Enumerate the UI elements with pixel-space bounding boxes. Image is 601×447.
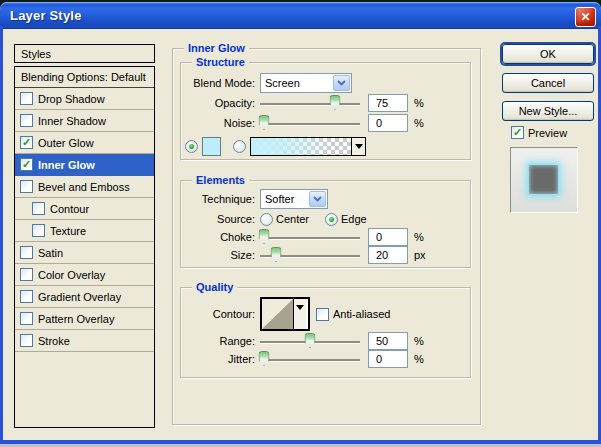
checkbox[interactable] [32, 224, 45, 237]
window-border-left [0, 26, 3, 444]
slider-track[interactable] [260, 237, 360, 239]
jitter-slider[interactable] [260, 351, 360, 367]
slider-track[interactable] [260, 123, 360, 125]
range-input[interactable] [368, 332, 408, 350]
close-icon: ✕ [580, 10, 590, 24]
cancel-button[interactable]: Cancel [502, 73, 594, 93]
sidebar-item-pattern-overlay[interactable]: Pattern Overlay [15, 308, 154, 330]
new-style-button[interactable]: New Style... [502, 101, 594, 121]
sidebar-items: Drop ShadowInner Shadow✓Outer Glow✓Inner… [15, 88, 154, 352]
slider-track[interactable] [260, 103, 360, 105]
blend-mode-row: Blend Mode: Screen [189, 73, 466, 93]
screen: Layer Style ✕ Styles Blending Options: D… [0, 0, 601, 447]
slider-thumb[interactable] [330, 95, 341, 110]
gradient-radio[interactable] [233, 140, 246, 153]
solid-color-radio[interactable] [185, 140, 198, 153]
blend-mode-label: Blend Mode: [189, 77, 255, 89]
sidebar-item-label: Bevel and Emboss [38, 181, 130, 193]
sidebar-item-label: Inner Shadow [38, 115, 106, 127]
sidebar-item-label: Outer Glow [38, 137, 94, 149]
slider-thumb[interactable] [259, 115, 270, 130]
source-edge-radio[interactable] [325, 213, 338, 226]
checkbox[interactable] [20, 334, 33, 347]
chevron-down-icon [355, 144, 363, 149]
checkbox[interactable] [20, 92, 33, 105]
chevron-down-icon [296, 305, 304, 310]
sidebar-item-contour[interactable]: Contour [15, 198, 154, 220]
gradient-preview[interactable] [251, 138, 351, 155]
section-title-structure: Structure [192, 56, 249, 68]
contour-dropdown-button[interactable] [293, 299, 306, 329]
preview-glow-square [528, 164, 559, 195]
new-style-button-label: New Style... [519, 105, 578, 117]
contour-thumbnail[interactable] [262, 299, 293, 329]
style-preview-thumbnail [510, 147, 578, 213]
page-title: Inner Glow [184, 42, 249, 54]
sidebar-item-label: Gradient Overlay [38, 291, 121, 303]
slider-thumb[interactable] [259, 229, 270, 244]
checkbox[interactable] [20, 312, 33, 325]
noise-slider[interactable] [260, 115, 360, 131]
contour-label: Contour: [189, 308, 255, 320]
sidebar-item-stroke[interactable]: Stroke [15, 330, 154, 352]
preview-toggle[interactable]: ✓ Preview [511, 126, 567, 139]
sidebar-item-texture[interactable]: Texture [15, 220, 154, 242]
technique-row: Technique: Softer [189, 189, 466, 209]
size-slider[interactable] [260, 247, 360, 263]
ok-button-label: OK [540, 48, 556, 60]
slider-thumb[interactable] [271, 247, 282, 262]
gradient-dropdown-button[interactable] [351, 138, 365, 155]
slider-thumb[interactable] [305, 333, 316, 348]
choke-slider[interactable] [260, 229, 360, 245]
sidebar-styles-header[interactable]: Styles [14, 44, 155, 63]
blend-mode-select[interactable]: Screen [260, 73, 352, 93]
checkbox[interactable]: ✓ [20, 158, 33, 171]
sidebar-item-blending-options[interactable]: Blending Options: Default [15, 67, 154, 88]
size-input[interactable] [368, 246, 408, 264]
technique-label: Technique: [189, 193, 255, 205]
sidebar-item-bevel-and-emboss[interactable]: Bevel and Emboss [15, 176, 154, 198]
chevron-down-icon[interactable] [333, 75, 350, 91]
noise-label: Noise: [189, 117, 255, 129]
opacity-input[interactable] [368, 94, 408, 112]
sidebar-item-label: Inner Glow [38, 159, 95, 171]
checkbox[interactable] [20, 290, 33, 303]
sidebar-item-satin[interactable]: Satin [15, 242, 154, 264]
preview-checkbox[interactable]: ✓ [511, 126, 524, 139]
checkbox[interactable] [20, 114, 33, 127]
sidebar-item-drop-shadow[interactable]: Drop Shadow [15, 88, 154, 110]
source-center-radio[interactable] [260, 213, 273, 226]
source-center-label: Center [276, 213, 309, 225]
sidebar-item-gradient-overlay[interactable]: Gradient Overlay [15, 286, 154, 308]
chevron-down-icon[interactable] [309, 191, 326, 207]
slider-track[interactable] [260, 359, 360, 361]
size-row: Size: px [189, 245, 466, 265]
sidebar-item-inner-glow[interactable]: ✓Inner Glow [15, 154, 154, 176]
checkbox[interactable]: ✓ [20, 136, 33, 149]
sidebar-item-outer-glow[interactable]: ✓Outer Glow [15, 132, 154, 154]
opacity-slider[interactable] [260, 95, 360, 111]
slider-thumb[interactable] [259, 351, 270, 366]
jitter-input[interactable] [368, 350, 408, 368]
ok-button[interactable]: OK [502, 44, 594, 64]
noise-input[interactable] [368, 114, 408, 132]
choke-label: Choke: [189, 231, 255, 243]
checkbox[interactable] [20, 268, 33, 281]
sidebar-item-color-overlay[interactable]: Color Overlay [15, 264, 154, 286]
glow-color-swatch[interactable] [202, 137, 221, 156]
close-button[interactable]: ✕ [575, 7, 596, 27]
glow-color-row [185, 135, 466, 157]
anti-aliased-checkbox[interactable] [316, 308, 329, 321]
title-bar[interactable]: Layer Style ✕ [0, 2, 601, 29]
jitter-label: Jitter: [189, 353, 255, 365]
gradient-picker[interactable] [250, 137, 366, 156]
sidebar-item-label: Color Overlay [38, 269, 105, 281]
technique-select[interactable]: Softer [260, 189, 328, 209]
checkbox[interactable] [20, 180, 33, 193]
checkbox[interactable] [32, 202, 45, 215]
sidebar-item-inner-shadow[interactable]: Inner Shadow [15, 110, 154, 132]
checkbox[interactable] [20, 246, 33, 259]
choke-input[interactable] [368, 228, 408, 246]
contour-picker[interactable] [260, 297, 310, 331]
range-slider[interactable] [260, 333, 360, 349]
